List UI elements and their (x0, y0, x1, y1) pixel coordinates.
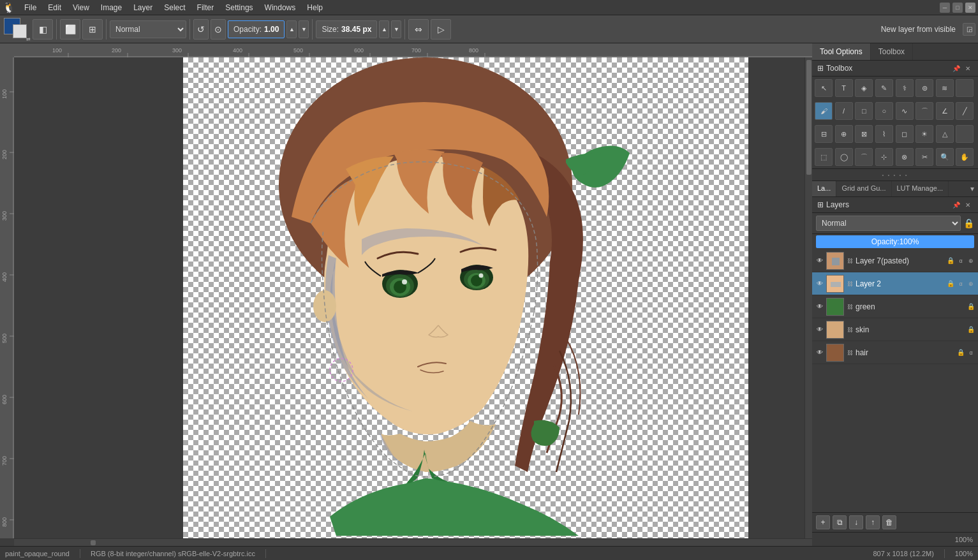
menu-edit[interactable]: Edit (43, 2, 66, 13)
layer-row-2[interactable]: 👁 ⛓ Layer 2 🔒 α ⊕ (812, 272, 978, 295)
restore-colors-btn[interactable]: ◧ (33, 19, 53, 40)
layers-opacity-bar[interactable]: Opacity: 100% (816, 235, 974, 248)
tool-paintbrush[interactable]: 🖌 (815, 102, 833, 120)
layer-row-skin[interactable]: 👁 ⛓ skin 🔒 (812, 318, 978, 341)
tool-smudge[interactable]: ≋ (936, 79, 954, 97)
tool-warp[interactable]: ⌇ (875, 125, 893, 143)
tool-pointer[interactable]: ↖ (815, 79, 833, 97)
menu-help[interactable]: Help (302, 2, 328, 13)
layer-green-visibility[interactable]: 👁 (815, 302, 825, 312)
raise-layer-btn[interactable]: ↑ (866, 515, 880, 529)
tool-bezier[interactable]: ⌒ (915, 102, 933, 120)
tool-ellipse[interactable]: ○ (875, 102, 893, 120)
tab-layers[interactable]: La... (812, 181, 836, 196)
tool-free[interactable]: ∿ (896, 102, 914, 120)
menu-file[interactable]: File (19, 2, 41, 13)
tool-measure[interactable]: △ (936, 125, 954, 143)
panels-resize-handle[interactable]: • • • • • (812, 168, 978, 181)
tab-grid-guides[interactable]: Grid and Gu... (836, 181, 891, 196)
tool-align[interactable]: ⊕ (835, 125, 853, 143)
tool-scale-btn[interactable]: ⊞ (82, 19, 103, 40)
blend-mode-select[interactable]: Normal (110, 20, 186, 38)
menu-select[interactable]: Select (159, 2, 190, 13)
tab-tool-options[interactable]: Tool Options (812, 43, 871, 60)
swap-colors-icon[interactable]: ⇄ (26, 36, 31, 42)
menu-filter[interactable]: Filter (192, 2, 219, 13)
tool-angle[interactable]: ∠ (936, 102, 954, 120)
size-increase[interactable]: ▼ (391, 20, 401, 38)
tool-ell-sel[interactable]: ◯ (835, 148, 853, 166)
tool-color-picker[interactable]: ◈ (855, 79, 873, 97)
delete-layer-btn[interactable]: 🗑 (882, 515, 896, 529)
layer-2-visibility[interactable]: 👁 (815, 279, 825, 289)
layer-row-green[interactable]: 👁 ⛓ green 🔒 (812, 295, 978, 318)
tab-lut-manager[interactable]: LUT Manage... (892, 181, 949, 196)
tool-free-sel[interactable]: ⌒ (855, 148, 873, 166)
flip-h-btn[interactable]: ⇔ (408, 19, 429, 40)
vertical-scroll-thumb[interactable] (806, 60, 811, 175)
tool-scissors[interactable]: ✂ (915, 148, 933, 166)
os-minimize[interactable]: ─ (940, 3, 950, 13)
os-maximize[interactable]: □ (952, 3, 963, 13)
tool-transform[interactable]: ⊟ (815, 125, 833, 143)
vertical-scrollbar[interactable] (804, 57, 812, 538)
tool-zoom[interactable]: 🔍 (936, 148, 954, 166)
layer-2-extra[interactable]: ⊕ (967, 279, 975, 288)
flip-v-btn[interactable]: ▷ (431, 19, 451, 40)
tool-cage[interactable]: ⊠ (855, 125, 873, 143)
add-layer-btn[interactable]: + (816, 515, 830, 529)
tool-dodge[interactable]: ☀ (915, 125, 933, 143)
tool-eraser-btn[interactable]: ⬜ (60, 19, 80, 40)
toolbox-close-btn[interactable]: ✕ (963, 63, 973, 73)
menu-image[interactable]: Image (96, 2, 127, 13)
layer-green-lock[interactable]: 🔒 (967, 302, 975, 311)
h-scroll-thumb[interactable] (91, 540, 96, 545)
layer-skin-lock[interactable]: 🔒 (967, 325, 975, 334)
panel-expand-btn[interactable]: ◲ (963, 23, 975, 36)
lower-layer-btn[interactable]: ↓ (849, 515, 863, 529)
toolbox-pin-btn[interactable]: 📌 (951, 63, 961, 73)
tool-rect[interactable]: □ (855, 102, 873, 120)
tool-text[interactable]: T (835, 79, 853, 97)
tool-sel-by-color[interactable]: ⊗ (896, 148, 914, 166)
layer-hair-alpha[interactable]: α (967, 348, 975, 357)
horizontal-scrollbar[interactable] (14, 538, 812, 546)
tool-eraser-t[interactable]: ◻ (896, 125, 914, 143)
canvas-viewport[interactable] (14, 57, 812, 538)
layer-hair-lock[interactable]: 🔒 (956, 348, 965, 357)
layer-7-visibility[interactable]: 👁 (815, 256, 825, 266)
lock-btn[interactable]: ⊙ (211, 19, 226, 40)
tab-toolbox[interactable]: Toolbox (871, 43, 913, 60)
layers-pin-btn[interactable]: 📌 (951, 200, 961, 210)
layer-2-alpha[interactable]: α (956, 279, 965, 288)
layer-row-7[interactable]: 👁 ⛓ Layer 7(pasted) 🔒 α ⊕ (812, 249, 978, 272)
reset-btn[interactable]: ↺ (193, 19, 209, 40)
background-color[interactable] (13, 24, 27, 38)
os-close[interactable]: ✕ (965, 3, 975, 13)
layer-2-lock[interactable]: 🔒 (946, 279, 955, 288)
menu-settings[interactable]: Settings (220, 2, 258, 13)
size-decrease[interactable]: ▲ (379, 20, 389, 38)
layer-7-alpha[interactable]: α (956, 256, 965, 265)
tool-clone[interactable]: ⊚ (915, 79, 933, 97)
layer-7-extra[interactable]: ⊕ (967, 256, 975, 265)
duplicate-layer-btn[interactable]: ⧉ (833, 515, 847, 529)
layers-blend-mode[interactable]: Normal (816, 216, 961, 231)
tool-heal[interactable]: ⚕ (896, 79, 914, 97)
opacity-decrease[interactable]: ▲ (286, 20, 297, 38)
tool-paint[interactable]: ✎ (875, 79, 893, 97)
layers-lock-icon[interactable]: 🔒 (963, 218, 974, 228)
menu-view[interactable]: View (68, 2, 94, 13)
layer-7-lock[interactable]: 🔒 (946, 256, 955, 265)
tool-fuzzy-sel[interactable]: ⊹ (875, 148, 893, 166)
tool-pencil[interactable]: / (835, 102, 853, 120)
layer-row-hair[interactable]: 👁 ⛓ hair 🔒 α (812, 341, 978, 364)
layer-hair-visibility[interactable]: 👁 (815, 348, 825, 358)
tab-more-btn[interactable]: ▾ (967, 181, 978, 196)
tool-hand[interactable]: ✋ (956, 148, 974, 166)
tool-rect-sel[interactable]: ⬚ (815, 148, 833, 166)
layer-skin-visibility[interactable]: 👁 (815, 325, 825, 335)
menu-windows[interactable]: Windows (260, 2, 301, 13)
layers-close-btn[interactable]: ✕ (963, 200, 973, 210)
opacity-increase[interactable]: ▼ (299, 20, 309, 38)
